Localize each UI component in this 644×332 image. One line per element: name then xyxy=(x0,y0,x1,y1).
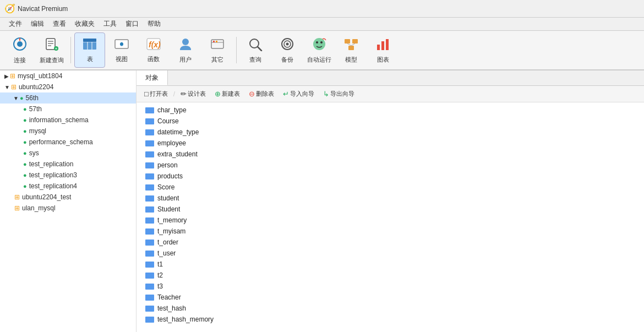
expand-arrow-56th: ▼ xyxy=(13,95,19,101)
table-row[interactable]: Course xyxy=(137,116,644,127)
other-label: 其它 xyxy=(211,56,223,64)
table-row-label: datetime_type xyxy=(157,128,199,136)
import-wizard-button[interactable]: ↵ 导入向导 xyxy=(280,89,318,99)
table-row-icon xyxy=(145,228,154,235)
table-row[interactable]: Student xyxy=(137,204,644,215)
query-button[interactable]: 查询 xyxy=(240,32,271,68)
table-row[interactable]: test_hash xyxy=(137,303,644,314)
table-row-icon xyxy=(145,217,154,224)
sidebar-item-57th[interactable]: ● 57th xyxy=(0,104,136,115)
conn-icon-ulan: ⊞ xyxy=(14,204,20,212)
table-row-label: t_order xyxy=(157,238,178,246)
function-button[interactable]: f(x) 函数 xyxy=(138,32,169,68)
view-button[interactable]: 视图 xyxy=(106,32,137,68)
open-table-button[interactable]: □ 打开表 xyxy=(141,89,171,99)
table-row[interactable]: employee xyxy=(137,138,644,149)
design-table-label: 设计表 xyxy=(188,90,206,98)
menu-edit[interactable]: 编辑 xyxy=(26,18,48,30)
table-row[interactable]: test_hash_memory xyxy=(137,314,644,325)
table-row[interactable]: Teacher xyxy=(137,292,644,303)
sidebar-item-mysql-ubt1804[interactable]: ▶ ⊞ mysql_ubt1804 xyxy=(0,70,136,81)
menu-window[interactable]: 窗口 xyxy=(121,18,143,30)
svg-text:f(x): f(x) xyxy=(149,40,161,49)
function-label: 函数 xyxy=(148,55,160,63)
design-table-button[interactable]: ✏ 设计表 xyxy=(177,89,209,99)
table-row-icon xyxy=(145,129,154,135)
db-icon-tr: ● xyxy=(23,161,27,167)
export-wizard-button[interactable]: ↳ 导出向导 xyxy=(320,89,358,99)
table-row[interactable]: extra_student xyxy=(137,149,644,160)
sidebar-item-56th[interactable]: ▼ ● 56th xyxy=(0,92,136,104)
sidebar-item-test-replication4[interactable]: ● test_replication4 xyxy=(0,181,136,192)
table-button[interactable]: 表 xyxy=(74,32,105,68)
sidebar-item-ubuntu2204[interactable]: ▼ ⊞ ubuntu2204 xyxy=(0,81,136,92)
auto-run-button[interactable]: 自动运行 xyxy=(304,32,335,68)
menu-view[interactable]: 查看 xyxy=(48,18,70,30)
sidebar-label-information-schema: information_schema xyxy=(29,116,89,124)
db-icon-perf: ● xyxy=(23,139,27,145)
table-row-icon xyxy=(145,273,154,279)
sidebar-item-mysql[interactable]: ● mysql xyxy=(0,126,136,137)
function-icon: f(x) xyxy=(146,37,161,53)
connect-button[interactable]: 连接 xyxy=(4,32,35,68)
table-row-icon xyxy=(145,295,154,301)
table-row-label: test_hash xyxy=(157,304,186,312)
table-row[interactable]: student xyxy=(137,193,644,204)
new-query-button[interactable]: + 新建查询 xyxy=(36,32,67,68)
svg-rect-33 xyxy=(348,46,354,50)
svg-rect-32 xyxy=(352,39,358,43)
other-button[interactable]: 其它 xyxy=(202,32,233,68)
table-row[interactable]: t_memory xyxy=(137,215,644,226)
sidebar-item-test-replication[interactable]: ● test_replication xyxy=(0,159,136,170)
tab-objects[interactable]: 对象 xyxy=(137,70,168,85)
table-row-icon xyxy=(145,118,154,124)
menu-file[interactable]: 文件 xyxy=(4,18,26,30)
db-icon-sys: ● xyxy=(23,150,27,156)
model-button[interactable]: 模型 xyxy=(336,32,367,68)
table-icon xyxy=(82,37,97,53)
tab-bar: 对象 xyxy=(137,70,644,86)
table-row[interactable]: t3 xyxy=(137,281,644,292)
open-table-label: 打开表 xyxy=(150,90,168,98)
sidebar-item-performance-schema[interactable]: ● performance_schema xyxy=(0,137,136,148)
table-row[interactable]: Score xyxy=(137,182,644,193)
user-button[interactable]: 用户 xyxy=(170,32,201,68)
table-row-icon xyxy=(145,173,154,179)
import-wizard-icon: ↵ xyxy=(283,90,289,98)
db-icon-tr3: ● xyxy=(23,172,27,178)
ct-div-1: / xyxy=(173,90,175,98)
sidebar-item-ubuntu2204-test[interactable]: ⊞ ubuntu2204_test xyxy=(0,192,136,203)
sidebar-item-information-schema[interactable]: ● information_schema xyxy=(0,115,136,126)
table-row[interactable]: t_user xyxy=(137,248,644,259)
svg-point-28 xyxy=(313,38,325,50)
table-row[interactable]: datetime_type xyxy=(137,127,644,138)
menu-help[interactable]: 帮助 xyxy=(143,18,165,30)
new-query-label: 新建查询 xyxy=(40,56,64,64)
sidebar-item-ulan-mysql[interactable]: ⊞ ulan_mysql xyxy=(0,203,136,214)
table-row[interactable]: t_order xyxy=(137,237,644,248)
menu-favorites[interactable]: 收藏夹 xyxy=(70,18,99,30)
svg-text:+: + xyxy=(55,47,57,51)
table-row[interactable]: char_type xyxy=(137,105,644,116)
content-toolbar: □ 打开表 / ✏ 设计表 ⊕ 新建表 ⊖ 删除表 ↵ 导入向导 ↳ 导 xyxy=(137,86,644,102)
table-row-label: extra_student xyxy=(157,150,198,158)
backup-label: 备份 xyxy=(281,56,293,64)
backup-button[interactable]: 备份 xyxy=(272,32,303,68)
table-row[interactable]: t_myisam xyxy=(137,226,644,237)
backup-icon xyxy=(280,37,295,53)
sidebar-item-sys[interactable]: ● sys xyxy=(0,148,136,159)
menu-tools[interactable]: 工具 xyxy=(99,18,121,30)
table-label: 表 xyxy=(87,55,93,63)
new-table-button[interactable]: ⊕ 新建表 xyxy=(211,89,243,99)
delete-table-button[interactable]: ⊖ 删除表 xyxy=(245,89,277,99)
other-icon xyxy=(210,37,225,53)
table-row[interactable]: person xyxy=(137,160,644,171)
table-row[interactable]: t2 xyxy=(137,270,644,281)
svg-point-27 xyxy=(286,42,289,45)
sidebar-label-test-replication: test_replication xyxy=(29,160,74,168)
table-row[interactable]: t1 xyxy=(137,259,644,270)
chart-button[interactable]: 图表 xyxy=(368,32,399,68)
sidebar-item-test-replication3[interactable]: ● test_replication3 xyxy=(0,170,136,181)
table-row[interactable]: products xyxy=(137,171,644,182)
chart-label: 图表 xyxy=(377,56,389,64)
